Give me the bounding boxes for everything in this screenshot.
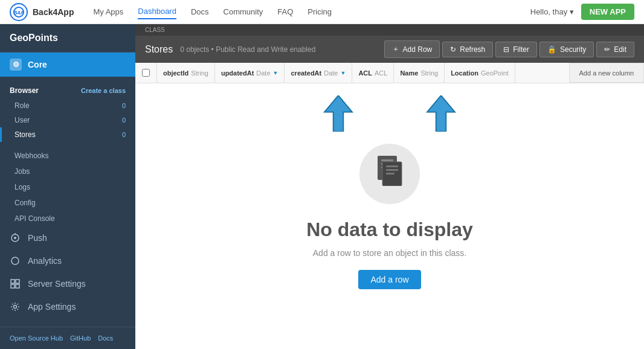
filter-icon: ⊟ <box>503 45 509 54</box>
empty-state: No data to display Add a row to store an… <box>135 83 644 349</box>
add-row-button[interactable]: ＋ Add Row <box>384 40 440 58</box>
col-updatedat-type: Date <box>256 69 270 77</box>
arrow-right <box>426 95 456 132</box>
svg-rect-9 <box>16 284 19 288</box>
footer-github[interactable]: GitHub <box>70 335 91 342</box>
svg-rect-18 <box>386 165 398 167</box>
col-acl-type: ACL <box>375 69 387 77</box>
server-settings-icon <box>10 278 21 289</box>
security-button[interactable]: 🔒 Security <box>539 42 594 57</box>
nav-pricing[interactable]: Pricing <box>308 5 332 19</box>
push-icon <box>10 232 21 243</box>
edit-label: Edit <box>614 45 626 54</box>
logo-icon: B4A <box>10 3 28 21</box>
browser-item-user[interactable]: User 0 <box>0 113 135 127</box>
no-data-subtitle: Add a row to store an object in this cla… <box>313 248 466 258</box>
user-count: 0 <box>122 117 126 124</box>
refresh-button[interactable]: ↻ Refresh <box>442 42 493 57</box>
user-label: User <box>14 116 30 124</box>
add-row-empty-button[interactable]: Add a row <box>358 270 420 289</box>
browser-header: Browser Create a class <box>0 83 135 98</box>
stores-count: 0 <box>122 131 126 138</box>
refresh-icon: ↻ <box>450 45 456 54</box>
nav-right: Hello, thay ▾ NEW APP <box>530 4 634 20</box>
nav-dashboard[interactable]: Dashboard <box>138 4 176 19</box>
stores-label: Stores <box>14 130 36 139</box>
svg-rect-20 <box>386 173 394 174</box>
content-area: CLASS Stores 0 objects • Public Read and… <box>135 24 644 349</box>
svg-rect-19 <box>386 169 398 171</box>
logo: B4A Back4App <box>10 3 74 21</box>
sidebar-logs[interactable]: Logs <box>0 179 135 195</box>
user-greeting: Hello, thay ▾ <box>530 7 574 16</box>
logo-text: Back4App <box>33 7 74 17</box>
sidebar-app-settings[interactable]: App Settings <box>0 295 135 318</box>
svg-text:B4A: B4A <box>13 10 24 16</box>
arrow-left <box>323 95 353 132</box>
sidebar-core-section[interactable]: ⚙ Core <box>0 53 135 77</box>
document-icon <box>374 155 405 193</box>
filter-button[interactable]: ⊟ Filter <box>495 42 537 57</box>
sidebar-api-console[interactable]: API Console <box>0 211 135 226</box>
column-headers: objectId String updatedAt Date ▼ created… <box>135 63 644 83</box>
col-createdat-type: Date <box>324 69 338 77</box>
browser-item-role[interactable]: Role 0 <box>0 98 135 113</box>
analytics-label: Analytics <box>28 256 62 266</box>
col-acl-name: ACL <box>358 69 372 77</box>
edit-button[interactable]: ✏ Edit <box>596 42 634 57</box>
col-objectid-name: objectId <box>163 69 188 77</box>
add-row-icon: ＋ <box>392 44 399 54</box>
select-all-checkbox[interactable] <box>142 69 150 77</box>
arrow-container <box>323 95 456 132</box>
footer-open-source[interactable]: Open Source Hub <box>10 335 63 342</box>
sidebar-server-settings[interactable]: Server Settings <box>0 272 135 295</box>
nav-my-apps[interactable]: My Apps <box>93 5 123 19</box>
col-location-name: Location <box>451 69 478 77</box>
sidebar-push[interactable]: Push <box>0 226 135 249</box>
sort-icon-updatedat: ▼ <box>273 70 279 76</box>
toolbar-actions: ＋ Add Row ↻ Refresh ⊟ Filter 🔒 Security … <box>384 40 634 58</box>
svg-marker-12 <box>427 95 455 132</box>
sidebar-jobs[interactable]: Jobs <box>0 164 135 179</box>
col-createdat-name: createdAt <box>291 69 321 77</box>
core-label: Core <box>28 60 47 69</box>
doc-icon-circle <box>359 144 420 204</box>
col-updatedat[interactable]: updatedAt Date ▼ <box>215 63 285 83</box>
browser-item-stores[interactable]: Stores 0 <box>0 127 135 142</box>
add-column-button[interactable]: Add a new column <box>569 63 645 83</box>
server-settings-label: Server Settings <box>28 279 86 289</box>
col-updatedat-name: updatedAt <box>221 69 254 77</box>
col-objectid[interactable]: objectId String <box>157 63 215 83</box>
browser-label: Browser <box>10 86 39 95</box>
col-acl[interactable]: ACL ACL <box>352 63 394 83</box>
table-subtitle: 0 objects • Public Read and Write enable… <box>180 45 384 54</box>
svg-marker-11 <box>324 95 352 132</box>
push-label: Push <box>28 233 47 243</box>
create-class-link[interactable]: Create a class <box>81 87 126 94</box>
col-location[interactable]: Location GeoPoint <box>445 63 515 83</box>
col-name[interactable]: Name String <box>394 63 445 83</box>
filter-label: Filter <box>513 45 529 54</box>
new-app-button[interactable]: NEW APP <box>581 4 634 20</box>
main-layout: GeoPoints ⚙ Core Browser Create a class … <box>0 24 644 349</box>
sidebar-config[interactable]: Config <box>0 195 135 211</box>
nav-community[interactable]: Community <box>224 5 263 19</box>
col-objectid-type: String <box>191 69 208 77</box>
col-check <box>135 63 157 83</box>
no-data-title: No data to display <box>306 219 473 241</box>
lock-icon: 🔒 <box>547 45 556 54</box>
nav-faq[interactable]: FAQ <box>277 5 293 19</box>
col-createdat[interactable]: createdAt Date ▼ <box>285 63 352 83</box>
edit-icon: ✏ <box>604 45 610 54</box>
class-label-bar: CLASS <box>135 24 644 36</box>
sidebar-footer: Open Source Hub GitHub Docs <box>0 327 135 349</box>
svg-point-10 <box>14 306 17 309</box>
app-name: GeoPoints <box>0 24 135 53</box>
nav-docs[interactable]: Docs <box>191 5 209 19</box>
sidebar-webhooks[interactable]: Webhooks <box>0 148 135 164</box>
core-icon: ⚙ <box>10 59 22 71</box>
sidebar-analytics[interactable]: Analytics <box>0 249 135 272</box>
footer-docs[interactable]: Docs <box>98 335 113 342</box>
role-label: Role <box>14 101 30 110</box>
app-settings-icon <box>10 301 21 312</box>
